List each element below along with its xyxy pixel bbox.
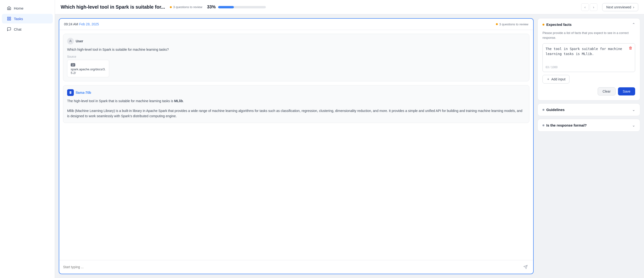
- sidebar: Home Tasks Chat: [0, 0, 55, 278]
- progress-bar-fill: [218, 6, 234, 8]
- svg-rect-3: [10, 19, 11, 20]
- sidebar-item-chat[interactable]: Chat: [2, 24, 53, 34]
- chat-review-badge: 3 questions to review: [496, 23, 528, 26]
- guidelines-title: Guidelines: [542, 108, 565, 112]
- progress-bar: [218, 6, 266, 8]
- page-header: Which high-level tool in Spark is suitab…: [55, 0, 644, 14]
- chat-time: 09:24 AM: [64, 22, 78, 26]
- chat-date: Feb 28, 2025: [79, 22, 99, 26]
- expected-facts-section: Expected facts ⌃ Please provide a list o…: [538, 18, 640, 100]
- user-sender-label: User: [76, 39, 83, 43]
- fact-textarea[interactable]: The tool in Spark suitable for machine l…: [546, 46, 632, 63]
- home-icon: [7, 6, 12, 11]
- expected-facts-title-text: Expected facts: [546, 23, 572, 27]
- guidelines-header[interactable]: Guidelines ⌄: [538, 104, 640, 116]
- expected-facts-header[interactable]: Expected facts ⌃: [538, 19, 640, 31]
- sidebar-item-tasks-label: Tasks: [14, 17, 23, 21]
- formality-title: Is the response formal?: [542, 123, 587, 127]
- formality-collapse-icon: ⌄: [632, 123, 635, 127]
- chat-header: 09:24 AM Feb 28, 2025 3 questions to rev…: [59, 19, 533, 30]
- sidebar-item-tasks[interactable]: Tasks: [2, 14, 53, 24]
- review-badge: 3 questions to review: [170, 5, 202, 9]
- prev-button[interactable]: ‹: [581, 3, 589, 11]
- send-button[interactable]: [522, 263, 529, 271]
- formality-header[interactable]: Is the response formal? ⌄: [538, 119, 640, 131]
- source-url: spark.apache.org/docs/3.5.2/: [71, 67, 106, 75]
- chat-review-dot: [496, 23, 498, 25]
- fact-input-container: The tool in Spark suitable for machine l…: [542, 43, 635, 72]
- sidebar-item-chat-label: Chat: [14, 27, 22, 31]
- sidebar-item-home-label: Home: [14, 6, 24, 10]
- page-title: Which high-level tool in Spark is suitab…: [61, 4, 165, 10]
- expected-facts-body: Please provide a list of facts that you …: [538, 31, 640, 100]
- content-area: 09:24 AM Feb 28, 2025 3 questions to rev…: [55, 14, 644, 278]
- source-card: 2/ spark.apache.org/docs/3.5.2/: [67, 60, 109, 77]
- ai-message-text-1: The high-level tool in Spark that is sui…: [67, 98, 525, 104]
- add-input-icon: ＋: [546, 77, 550, 81]
- right-panel: Expected facts ⌃ Please provide a list o…: [538, 18, 640, 274]
- ai-avatar: [67, 89, 74, 96]
- review-dot: [170, 6, 172, 8]
- ai-message-text-2: Mllib (Machine Learning Library) is a bu…: [67, 108, 525, 119]
- fact-counter: 63 / 1000: [546, 66, 632, 69]
- next-button[interactable]: ›: [590, 3, 598, 11]
- clear-button[interactable]: Clear: [598, 87, 616, 95]
- save-button[interactable]: Save: [618, 87, 635, 95]
- navigation-buttons: ‹ ›: [581, 3, 598, 11]
- guidelines-section: Guidelines ⌄: [538, 103, 640, 116]
- chat-timestamp: 09:24 AM Feb 28, 2025: [64, 22, 99, 26]
- guidelines-dot: [542, 109, 544, 111]
- next-unreviewed-button[interactable]: Next unreviewed ›: [602, 3, 638, 11]
- panel-actions: Clear Save: [542, 87, 635, 95]
- expected-facts-dot: [542, 24, 544, 26]
- user-message-block: User Which high-level tool in Spark is s…: [63, 34, 529, 81]
- chat-review-text: 3 questions to review: [499, 23, 528, 26]
- progress-section: 33%: [207, 5, 266, 10]
- ai-message-block: llama-70b The high-level tool in Spark t…: [63, 85, 529, 123]
- source-label: Source: [67, 55, 525, 58]
- formality-section: Is the response formal? ⌄: [538, 119, 640, 131]
- user-avatar: [67, 38, 74, 45]
- chat-icon: [7, 27, 12, 32]
- main-area: Which high-level tool in Spark is suitab…: [55, 0, 644, 278]
- review-badge-text: 3 questions to review: [173, 5, 202, 9]
- add-input-button[interactable]: ＋ Add input: [542, 75, 570, 83]
- expected-facts-collapse-icon: ⌃: [632, 22, 635, 27]
- guidelines-collapse-icon: ⌄: [632, 107, 635, 112]
- svg-rect-2: [8, 19, 8, 20]
- user-message-text: Which high-level tool in Spark is suitab…: [67, 47, 525, 52]
- formality-dot: [542, 124, 544, 126]
- progress-percentage: 33%: [207, 5, 216, 10]
- chat-input-area: [59, 260, 533, 274]
- delete-fact-button[interactable]: 🗑: [629, 46, 632, 50]
- chat-messages: User Which high-level tool in Spark is s…: [59, 30, 533, 260]
- sidebar-item-home[interactable]: Home: [2, 3, 53, 13]
- source-badge: 2/: [71, 63, 75, 67]
- ai-sender-label: llama-70b: [76, 91, 91, 94]
- chat-panel: 09:24 AM Feb 28, 2025 3 questions to rev…: [59, 18, 534, 274]
- guidelines-title-text: Guidelines: [546, 108, 565, 112]
- expected-facts-title: Expected facts: [542, 23, 572, 27]
- user-message-header: User: [67, 38, 525, 45]
- svg-rect-0: [8, 17, 8, 18]
- ai-message-header: llama-70b: [67, 89, 525, 96]
- chat-input[interactable]: [63, 265, 519, 269]
- formality-title-text: Is the response formal?: [546, 123, 587, 127]
- next-unreviewed-chevron: ›: [633, 5, 634, 9]
- expected-facts-description: Please provide a list of facts that you …: [542, 31, 635, 40]
- add-input-label: Add input: [551, 77, 566, 81]
- svg-rect-1: [10, 17, 11, 18]
- next-unreviewed-label: Next unreviewed: [606, 5, 631, 9]
- tasks-icon: [7, 16, 12, 21]
- svg-point-4: [70, 40, 71, 41]
